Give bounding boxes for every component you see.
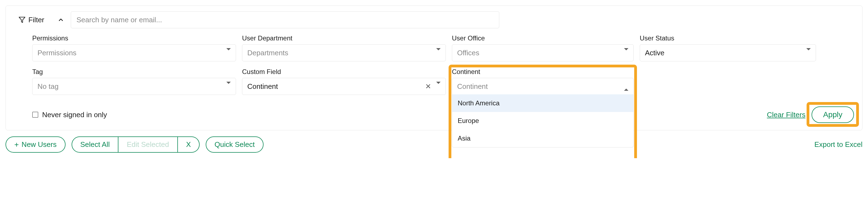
chevron-down-icon: [624, 50, 628, 55]
continent-option[interactable]: North America: [452, 94, 633, 112]
custom-field-value: Continent: [247, 82, 278, 91]
continent-label: Continent: [452, 68, 634, 76]
never-signed-in-label: Never signed in only: [42, 110, 107, 119]
custom-field-label: Custom Field: [242, 68, 446, 76]
chevron-down-icon: [436, 84, 441, 89]
tag-label: Tag: [32, 68, 236, 76]
edit-selected-button: Edit Selected: [118, 136, 178, 153]
continent-dropdown: North America Europe Asia: [452, 94, 634, 147]
permissions-label: Permissions: [32, 34, 236, 42]
department-select[interactable]: Departments: [242, 44, 446, 61]
select-all-button[interactable]: Select All: [71, 136, 119, 153]
filters-grid: Permissions Permissions User Department …: [32, 34, 851, 95]
chevron-up-icon: [624, 84, 628, 89]
chevron-down-icon: [226, 84, 231, 89]
new-users-label: New Users: [22, 140, 57, 149]
status-select[interactable]: Active: [640, 44, 816, 61]
search-placeholder: Search by name or email...: [76, 16, 162, 24]
svg-marker-0: [19, 17, 25, 23]
chevron-down-icon: [226, 50, 231, 55]
select-group: Select All Edit Selected X: [71, 136, 200, 153]
office-select[interactable]: Offices: [452, 44, 634, 61]
clear-icon[interactable]: ✕: [425, 83, 431, 90]
clear-selection-button[interactable]: X: [178, 136, 200, 153]
office-field: User Office Offices: [452, 34, 634, 61]
clear-filters-link[interactable]: Clear Filters: [767, 110, 805, 119]
chevron-down-icon: [806, 50, 811, 55]
custom-field-select[interactable]: Continent ✕: [242, 78, 446, 95]
tag-field: Tag No tag: [32, 68, 236, 95]
tag-placeholder: No tag: [37, 82, 59, 91]
filter-footer: Never signed in only Clear Filters Apply: [32, 106, 851, 123]
continent-option[interactable]: Asia: [452, 130, 633, 147]
status-field: User Status Active: [640, 34, 816, 61]
new-users-button[interactable]: + New Users: [5, 136, 66, 153]
quick-select-button[interactable]: Quick Select: [206, 136, 264, 153]
status-label: User Status: [640, 34, 816, 42]
checkbox-icon[interactable]: [32, 112, 38, 118]
tag-select[interactable]: No tag: [32, 78, 236, 95]
continent-placeholder: Continent: [457, 82, 488, 91]
department-label: User Department: [242, 34, 446, 42]
export-excel-link[interactable]: Export to Excel: [814, 140, 863, 149]
filter-toggle[interactable]: Filter: [17, 13, 66, 27]
continent-field: Continent Continent North America Europe…: [452, 68, 634, 95]
filter-panel: Filter Search by name or email... Permis…: [5, 5, 863, 130]
permissions-select[interactable]: Permissions: [32, 44, 236, 61]
status-value: Active: [645, 49, 664, 57]
search-input[interactable]: Search by name or email...: [71, 11, 499, 28]
filter-actions: Clear Filters Apply: [767, 106, 854, 123]
never-signed-in-row[interactable]: Never signed in only: [32, 110, 107, 119]
permissions-placeholder: Permissions: [37, 49, 76, 57]
department-placeholder: Departments: [247, 49, 288, 57]
office-placeholder: Offices: [457, 49, 479, 57]
continent-select[interactable]: Continent: [452, 78, 634, 95]
chevron-down-icon: [436, 50, 441, 55]
chevron-up-icon: [58, 16, 64, 23]
toolbar: + New Users Select All Edit Selected X Q…: [5, 136, 863, 153]
filter-panel-header: Filter Search by name or email...: [17, 11, 851, 28]
plus-icon: +: [14, 141, 19, 148]
filter-icon: [19, 16, 26, 23]
continent-option[interactable]: Europe: [452, 112, 633, 130]
toolbar-left: + New Users Select All Edit Selected X Q…: [5, 136, 264, 153]
custom-field-field: Custom Field Continent ✕: [242, 68, 446, 95]
apply-button[interactable]: Apply: [811, 106, 854, 123]
office-label: User Office: [452, 34, 634, 42]
department-field: User Department Departments: [242, 34, 446, 61]
status-spacer: [640, 68, 816, 95]
filter-toggle-label: Filter: [28, 16, 44, 24]
permissions-field: Permissions Permissions: [32, 34, 236, 61]
